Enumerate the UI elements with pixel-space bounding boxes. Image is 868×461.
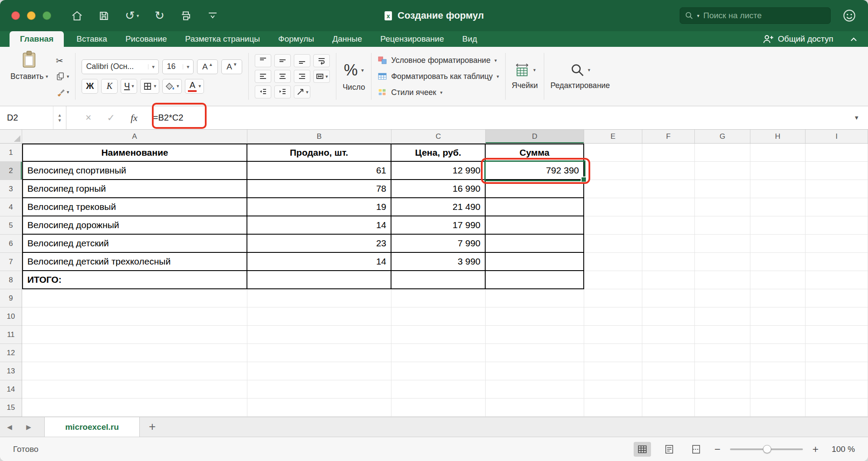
insert-function-icon[interactable]: fx — [131, 112, 138, 124]
zoom-slider[interactable] — [730, 448, 803, 450]
customize-toolbar-icon[interactable] — [207, 11, 218, 21]
cell-C3[interactable]: 16 990 — [391, 180, 486, 198]
save-icon[interactable] — [99, 10, 109, 21]
cell-A5[interactable]: Велосипед дорожный — [22, 216, 247, 235]
copy-dropdown-icon[interactable]: ▾ — [67, 74, 69, 79]
normal-view-button[interactable] — [634, 442, 651, 457]
cut-button[interactable]: ✂ — [56, 55, 69, 66]
fill-color-dropdown-icon[interactable]: ▾ — [177, 84, 179, 88]
zoom-slider-thumb[interactable] — [763, 445, 771, 453]
grow-font-button[interactable]: A ▲ — [197, 59, 218, 74]
name-box-spinner[interactable]: ▲ ▼ — [53, 106, 66, 129]
cell-B2[interactable]: 61 — [247, 162, 391, 180]
font-color-button[interactable]: A ▾ — [185, 79, 204, 94]
page-break-view-button[interactable] — [687, 442, 705, 457]
paste-button[interactable]: Вставить ▾ — [8, 49, 51, 103]
italic-button[interactable]: К — [101, 79, 118, 94]
cell-D2[interactable]: 792 390 — [486, 162, 584, 180]
bold-button[interactable]: Ж — [82, 79, 98, 94]
cell-C7[interactable]: 3 990 — [391, 253, 486, 271]
align-left-button[interactable] — [255, 70, 271, 83]
column-header-B[interactable]: B — [247, 130, 391, 143]
spinner-up-icon[interactable]: ▲ — [58, 113, 62, 118]
tab-Вид[interactable]: Вид — [457, 31, 483, 47]
row-header-13[interactable]: 13 — [0, 362, 22, 380]
cell-D1[interactable]: Сумма — [486, 144, 584, 162]
cell-B6[interactable]: 23 — [247, 235, 391, 253]
enter-entry-icon[interactable]: ✓ — [107, 112, 115, 124]
increase-indent-button[interactable] — [274, 85, 291, 98]
tab-Рисование[interactable]: Рисование — [120, 31, 173, 47]
cell-D4[interactable] — [486, 198, 584, 216]
row-header-12[interactable]: 12 — [0, 344, 22, 362]
row-header-6[interactable]: 6 — [0, 235, 22, 253]
cell-C1[interactable]: Цена, руб. — [391, 144, 486, 162]
font-size-dropdown-icon[interactable]: ▾ — [183, 64, 189, 69]
cell-B7[interactable]: 14 — [247, 253, 391, 271]
select-all-corner[interactable] — [0, 130, 22, 143]
cell-B5[interactable]: 14 — [247, 216, 391, 235]
sheet-tab-active[interactable]: microexcel.ru — [44, 417, 140, 437]
row-header-11[interactable]: 11 — [0, 326, 22, 344]
zoom-window-button[interactable] — [43, 11, 51, 20]
column-header-C[interactable]: C — [391, 130, 486, 143]
cell-B1[interactable]: Продано, шт. — [247, 144, 391, 162]
merge-cells-button[interactable]: ▾ — [313, 70, 330, 83]
cell-D3[interactable] — [486, 180, 584, 198]
format-as-table-dropdown-icon[interactable]: ▾ — [496, 74, 499, 79]
align-center-button[interactable] — [274, 70, 291, 83]
row-header-9[interactable]: 9 — [0, 289, 22, 307]
tab-Данные[interactable]: Данные — [327, 31, 368, 47]
cell-D5[interactable] — [486, 216, 584, 235]
cell-A6[interactable]: Велосипед детский — [22, 235, 247, 253]
align-top-button[interactable] — [255, 54, 271, 67]
formula-input[interactable]: =B2*C2 — [153, 113, 184, 123]
cell-C8[interactable] — [391, 271, 486, 289]
align-middle-button[interactable] — [274, 54, 291, 67]
spinner-down-icon[interactable]: ▼ — [58, 118, 62, 123]
tab-Формулы[interactable]: Формулы — [273, 31, 320, 47]
tab-Рецензирование[interactable]: Рецензирование — [375, 31, 450, 47]
zoom-in-button[interactable]: + — [812, 444, 819, 454]
column-header-F[interactable]: F — [642, 130, 695, 143]
column-header-I[interactable]: I — [806, 130, 868, 143]
minimize-window-button[interactable] — [27, 11, 36, 20]
search-scope-dropdown-icon[interactable]: ▾ — [697, 13, 700, 18]
cell-C5[interactable]: 17 990 — [391, 216, 486, 235]
column-header-G[interactable]: G — [695, 130, 750, 143]
row-header-14[interactable]: 14 — [0, 380, 22, 399]
column-header-H[interactable]: H — [750, 130, 806, 143]
zoom-out-button[interactable]: − — [714, 444, 720, 454]
redo-button[interactable]: ↻ — [155, 10, 164, 22]
text-orientation-button[interactable]: ▾ — [294, 85, 310, 98]
editing-dropdown-icon[interactable]: ▾ — [588, 68, 591, 72]
cells-dropdown-icon[interactable]: ▾ — [533, 68, 536, 72]
home-icon[interactable] — [71, 10, 83, 21]
expand-formula-bar-icon[interactable]: ▼ — [854, 114, 859, 121]
paste-dropdown-icon[interactable]: ▾ — [46, 74, 48, 79]
tab-Главная[interactable]: Главная — [10, 31, 64, 47]
cell-A7[interactable]: Велосипед детский трехколесный — [22, 253, 247, 271]
column-header-A[interactable]: A — [22, 130, 247, 143]
cell-D8[interactable] — [486, 271, 584, 289]
feedback-smiley-icon[interactable] — [843, 9, 856, 22]
merge-dropdown-icon[interactable]: ▾ — [326, 74, 328, 79]
font-color-dropdown-icon[interactable]: ▾ — [198, 84, 201, 88]
number-format-dropdown-icon[interactable]: ▾ — [361, 68, 364, 73]
row-header-1[interactable]: 1 — [0, 144, 22, 162]
underline-button[interactable]: Ч ▾ — [121, 79, 137, 94]
borders-button[interactable]: ▾ — [140, 79, 159, 94]
column-header-D[interactable]: D — [486, 130, 584, 143]
number-format-button[interactable]: % ▾ — [344, 61, 364, 79]
font-name-dropdown-icon[interactable]: ▾ — [148, 64, 155, 69]
row-header-10[interactable]: 10 — [0, 307, 22, 326]
cell-C4[interactable]: 21 490 — [391, 198, 486, 216]
format-as-table-button[interactable]: Форматировать как таблицу ▾ — [378, 70, 499, 82]
print-icon[interactable] — [180, 10, 191, 21]
cell-B8[interactable] — [247, 271, 391, 289]
copy-button[interactable]: ▾ — [56, 71, 69, 82]
cell-B3[interactable]: 78 — [247, 180, 391, 198]
tab-Вставка[interactable]: Вставка — [71, 31, 113, 47]
align-right-button[interactable] — [294, 70, 310, 83]
cell-styles-dropdown-icon[interactable]: ▾ — [440, 90, 443, 95]
